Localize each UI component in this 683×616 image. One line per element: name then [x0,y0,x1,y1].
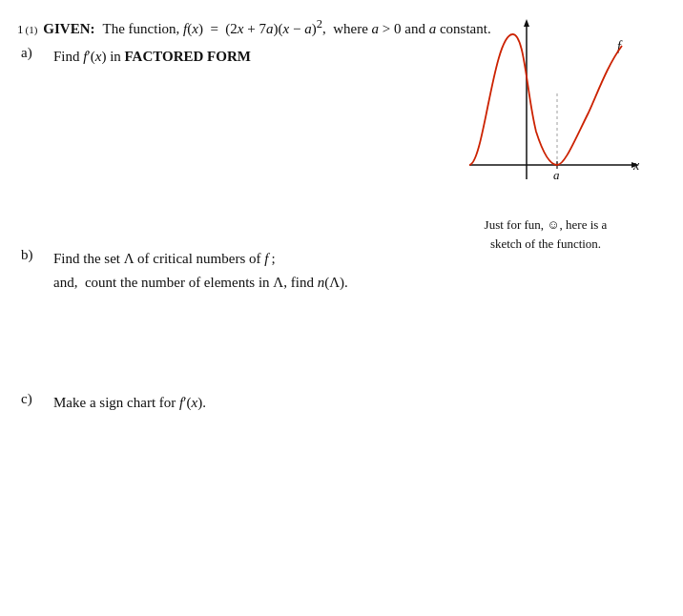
problem-number: 1 [17,22,24,37]
part-c-row: c) Make a sign chart for f′(x). [17,391,660,416]
part-b-section: b) Find the set Λ of critical numbers of… [17,247,660,296]
part-a-content: Find f′(x) in FACTORED FORM [53,45,251,70]
part-b-line2: and, count the number of elements in Λ, … [53,271,348,296]
part-c-content: Make a sign chart for f′(x). [53,391,206,416]
part-b-line1: Find the set Λ of critical numbers of f … [53,247,348,272]
given-text: The function, f(x) = (2x + 7a)(x − a)2, … [103,17,491,37]
problem-header: 1 (1) GIVEN: The function, f(x) = (2x + … [17,17,660,75]
graph-caption: Just for fun, ☺, here is a sketch of the… [441,216,651,253]
svg-text:a: a [553,168,560,182]
function-graph: x f a [441,17,641,208]
svg-text:x: x [632,158,640,173]
svg-marker-3 [524,19,529,27]
part-c-section: c) Make a sign chart for f′(x). [17,391,660,416]
part-b-content: Find the set Λ of critical numbers of f … [53,247,348,296]
part-c-label: c) [17,391,53,407]
given-label: GIVEN: [43,21,94,37]
problem-superscript: (1) [26,24,38,35]
part-b-label: b) [17,247,53,263]
graph-container: x f a Just for fun, ☺, here is a sketch … [441,17,651,253]
part-b-row: b) Find the set Λ of critical numbers of… [17,247,660,296]
part-a-label: a) [17,45,53,61]
